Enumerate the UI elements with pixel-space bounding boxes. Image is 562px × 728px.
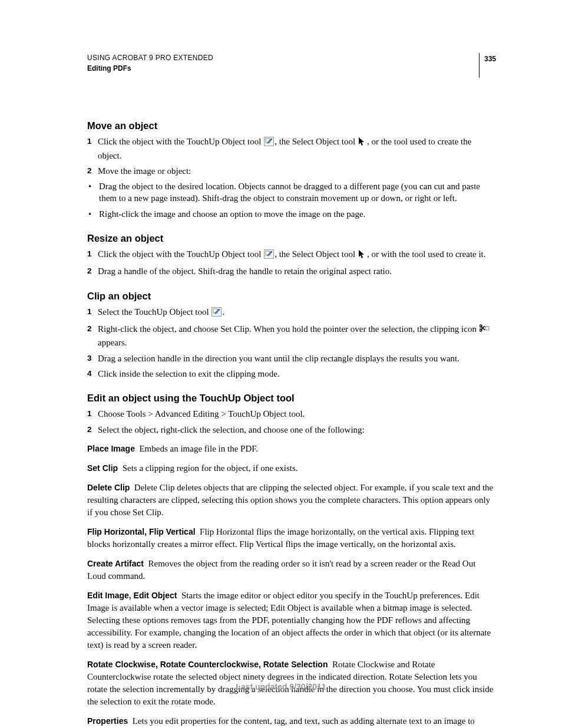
list-item: Right-click the image and choose an opti… [87,208,496,220]
definition-item: Set ClipSets a clipping region for the o… [87,462,496,475]
list-item: 4Click inside the selection to exit the … [87,368,496,380]
svg-rect-2 [271,139,272,140]
clip-icon [480,324,490,337]
list-item: 2 Right-click the object, and choose Set… [87,323,496,349]
select-object-icon [358,249,366,262]
section-heading: Move an object [87,119,496,132]
section-heading: Resize an object [87,232,496,245]
header-subtitle: Editing PDFs [87,64,213,73]
page-number: 335 [479,53,496,78]
section-heading: Edit an object using the TouchUp Object … [87,391,496,404]
definition-item: Place ImageEmbeds an image file in the P… [87,443,496,455]
definition-item: Delete ClipDelete Clip deletes objects t… [87,482,496,519]
list-item: 1 Click the object with the TouchUp Obje… [87,248,496,262]
list-item: 1 Select the TouchUp Object tool . [87,306,496,319]
list-item: 3Drag a selection handle in the directio… [87,353,496,364]
header-title: USING ACROBAT 9 PRO EXTENDED [87,53,213,62]
list-item: 2Move the image or object: [87,165,496,177]
list-item: Drag the object to the desired location.… [87,180,496,205]
page-header: USING ACROBAT 9 PRO EXTENDED Editing PDF… [87,53,496,107]
list-item: 1Choose Tools > Advanced Editing > Touch… [87,408,496,420]
definition-item: PropertiesLets you edit properties for t… [87,715,496,728]
footer-updated: Last updated 9/30/2011 [0,681,562,693]
svg-rect-11 [485,327,489,330]
section-heading: Clip an object [87,289,496,302]
svg-rect-8 [219,309,220,310]
definition-item: Edit Image, Edit ObjectStarts the image … [87,589,496,651]
touchup-object-icon [264,249,274,262]
list-item: 1 Click the object with the TouchUp Obje… [87,136,496,162]
definition-item: Flip Horizontal, Flip VerticalFlip Horiz… [87,526,496,551]
select-object-icon [358,137,366,149]
definition-item: Create ArtifactRemoves the object from t… [87,558,496,582]
list-item: 2Select the object, right-click the sele… [87,424,496,436]
touchup-object-icon [211,307,222,319]
list-item: 2Drag a handle of the object. Shift-drag… [87,265,496,277]
touchup-object-icon [264,137,274,149]
svg-rect-5 [271,251,272,252]
